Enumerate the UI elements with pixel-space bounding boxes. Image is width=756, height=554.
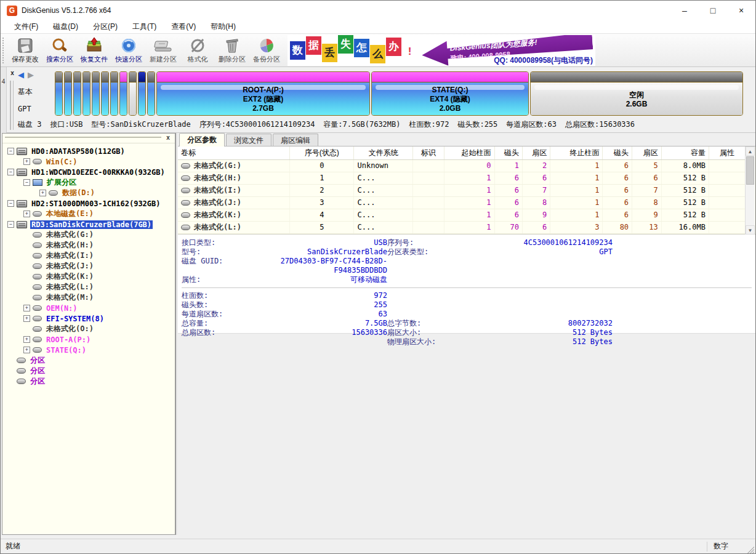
tree-item-19[interactable]: +ROOT-A(P:) [2,334,175,345]
column-header-10[interactable]: 扇区 [632,147,662,159]
panel-grip[interactable] [10,81,14,130]
toolbar-button-8[interactable]: 备份分区 [249,35,284,66]
menu-item-0[interactable]: 文件(F) [8,20,44,33]
expand-icon[interactable]: + [23,211,30,217]
toolbar-button-5[interactable]: 新建分区 [146,35,180,66]
tree-item-1[interactable]: −HD0:ADATASP580(112GB) [2,146,175,156]
side-tab[interactable]: 4 [1,67,7,133]
column-header-5[interactable]: 起始柱面 [444,147,494,159]
partition-block-1[interactable]: ROOT-A(P:)EXT2 (隐藏)2.7GB [156,71,370,116]
toolbar-button-7[interactable]: 删除分区 [215,35,249,66]
expand-icon[interactable]: + [23,336,30,343]
menu-item-5[interactable]: 帮助(H) [204,20,242,33]
collapse-icon[interactable]: − [23,179,30,186]
maximize-button[interactable]: □ [699,1,727,20]
menu-item-2[interactable]: 分区(P) [87,20,124,33]
tab-3[interactable]: 扇区编辑 [273,134,318,146]
tab-1[interactable]: 分区参数 [179,133,225,147]
mini-partition-3[interactable] [73,71,81,116]
collapse-icon[interactable]: − [7,221,14,228]
partition-block-3[interactable]: 空闲2.6GB [530,71,743,116]
mini-partition-5[interactable] [92,71,100,116]
column-header-11[interactable]: 容量 [661,147,709,159]
table-row[interactable]: 未格式化(G:)0Unknown0121658.0MB [178,159,746,172]
mini-partition-10[interactable] [138,71,146,116]
tree-item-8[interactable]: −RD3:SanDiskCruzerBlade(7GB) [2,219,175,230]
vertical-splitter[interactable] [175,133,177,535]
tab-2[interactable]: 浏览文件 [226,134,271,146]
panel-close-icon[interactable]: x [9,70,16,78]
toolbar-button-6[interactable]: 格式化 [180,35,215,66]
collapse-icon[interactable]: − [7,148,14,155]
toolbar-button-2[interactable]: 搜索分区 [42,35,77,66]
expand-icon[interactable]: + [23,158,30,165]
expand-icon[interactable]: + [39,190,46,196]
tree-item-7[interactable]: +本地磁盘(E:) [2,209,175,219]
tree-item-22[interactable]: 分区 [2,366,175,376]
column-header-9[interactable]: 磁头 [603,147,632,159]
tree-item-10[interactable]: 未格式化(H:) [2,240,175,251]
tree-item-20[interactable]: +STATE(Q:) [2,345,175,355]
prev-disk-icon[interactable]: ◀ [18,71,24,79]
menu-item-1[interactable]: 磁盘(D) [47,20,84,33]
menu-item-3[interactable]: 工具(T) [126,20,163,33]
collapse-icon[interactable]: − [7,169,14,175]
mini-partition-1[interactable] [55,71,63,116]
expand-icon[interactable]: + [23,305,30,311]
column-header-4[interactable]: 标识 [412,147,444,159]
resize-grip[interactable] [746,545,754,553]
column-header-7[interactable]: 扇区 [522,147,550,159]
tree-panel-grip[interactable] [5,137,161,140]
tree-item-5[interactable]: +数据(D:) [2,188,175,198]
tree-item-17[interactable]: +EFI-SYSTEM(8) [2,313,175,324]
expand-icon[interactable]: + [23,347,30,353]
tree-item-3[interactable]: −HD1:WDCWD10EZEC-00RKKA0(932GB) [2,167,175,177]
column-header-8[interactable]: 终止柱面 [550,147,603,159]
tree-item-23[interactable]: 分区 [2,376,175,387]
mini-partition-7[interactable] [110,71,118,116]
close-button[interactable]: × [727,1,755,20]
mini-partition-9[interactable] [129,71,137,116]
scroll-down-icon[interactable]: ▼ [746,225,755,235]
tree-item-2[interactable]: +Win(C:) [2,156,175,167]
table-row[interactable]: 未格式化(L:)5C...17063801316.0MB [178,221,746,233]
column-header-6[interactable]: 磁头 [494,147,522,159]
scroll-thumb[interactable] [746,156,754,185]
collapse-icon[interactable]: − [7,200,14,207]
table-row[interactable]: 未格式化(K:)4C...169169512 B [178,209,746,221]
menu-item-4[interactable]: 查看(V) [165,20,202,33]
mini-partition-8[interactable] [119,71,127,116]
tree-item-11[interactable]: 未格式化(I:) [2,251,175,261]
toolbar-grip[interactable] [2,38,6,63]
mini-partition-11[interactable] [147,71,155,116]
column-header-2[interactable]: 序号(状态) [290,147,354,159]
toolbar-button-1[interactable]: 保存更改 [8,35,42,66]
tree-item-21[interactable]: 分区 [2,355,175,366]
tree-item-12[interactable]: 未格式化(J:) [2,261,175,271]
tree-item-4[interactable]: −扩展分区 [2,177,175,188]
tree-item-9[interactable]: 未格式化(G:) [2,230,175,240]
expand-icon[interactable]: + [23,315,30,322]
mini-partition-4[interactable] [82,71,90,116]
mini-partition-6[interactable] [101,71,109,116]
scroll-up-icon[interactable]: ▲ [746,147,755,156]
mini-partition-2[interactable] [64,71,72,116]
toolbar-button-3[interactable]: 恢复文件 [77,35,111,66]
table-row[interactable]: 未格式化(I:)2C...167167512 B [178,184,746,196]
tree-item-13[interactable]: 未格式化(K:) [2,271,175,282]
column-header-12[interactable]: 属性 [709,147,745,159]
tree-item-16[interactable]: +OEM(N:) [2,303,175,313]
table-row[interactable]: 未格式化(J:)3C...168168512 B [178,196,746,209]
partition-block-2[interactable]: STATE(Q:)EXT4 (隐藏)2.0GB [371,71,529,116]
promo-banner[interactable]: 数据丢失怎么办! DiskGenius团队为您服务! 致电: 400-008-9… [288,35,595,66]
column-header-3[interactable]: 文件系统 [354,147,412,159]
tree-item-14[interactable]: 未格式化(L:) [2,282,175,292]
tree-item-6[interactable]: −HD2:ST1000DM003-1CH162(932GB) [2,198,175,209]
tree-panel-close-icon[interactable]: x [164,134,172,142]
next-disk-icon[interactable]: ▶ [28,71,34,79]
toolbar-button-4[interactable]: 快速分区 [111,35,146,66]
table-row[interactable]: 未格式化(H:)1C...166166512 B [178,172,746,184]
tree-item-15[interactable]: 未格式化(M:) [2,292,175,303]
minimize-button[interactable]: – [670,1,699,20]
column-header-1[interactable]: 卷标 [178,147,290,159]
